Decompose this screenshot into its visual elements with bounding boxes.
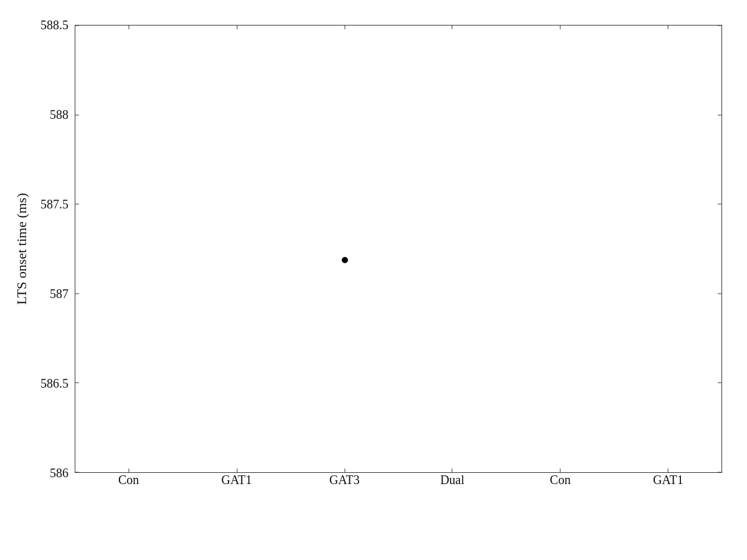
x-tick-label: Con [118, 473, 139, 487]
chart-tick-left [75, 383, 79, 383]
chart-tick-top [237, 26, 237, 29]
chart-tick-bottom [129, 469, 129, 472]
y-tick-label: 586.5 [40, 376, 68, 391]
chart-plot-area [75, 25, 722, 473]
y-tick-label: 587.5 [40, 197, 68, 212]
x-ticks-area: ConGAT1GAT3DualConGAT1 [75, 473, 722, 510]
chart-tick-right [718, 114, 721, 115]
y-tick-label: 587 [50, 287, 68, 301]
chart-tick-left [75, 204, 79, 205]
chart-tick-top [344, 26, 345, 29]
chart-tick-left [75, 114, 79, 115]
y-tick-label: 588.5 [40, 18, 68, 32]
chart-tick-top [560, 26, 560, 29]
chart-tick-right [718, 204, 721, 205]
y-tick-label: 586 [50, 466, 68, 480]
chart-tick-bottom [452, 469, 453, 472]
chart-tick-right [718, 383, 721, 383]
chart-tick-right [718, 26, 721, 26]
chart-tick-left [75, 26, 79, 26]
x-tick-label: GAT1 [653, 473, 684, 487]
x-tick-label: Dual [440, 473, 464, 487]
chart-tick-right [718, 293, 721, 294]
chart-tick-left [75, 293, 79, 294]
chart-tick-top [129, 26, 129, 29]
x-tick-label: GAT3 [329, 473, 360, 487]
x-tick-label: GAT1 [222, 473, 252, 487]
data-point [342, 257, 348, 263]
y-ticks-area: 586586.5587587.5588588.5 [0, 25, 73, 473]
chart-container: LTS onset time (ms) 586586.5587587.55885… [0, 0, 747, 560]
chart-tick-bottom [237, 469, 237, 472]
y-tick-label: 588 [50, 108, 68, 122]
chart-tick-top [452, 26, 453, 29]
chart-tick-bottom [560, 469, 560, 472]
x-tick-label: Con [550, 473, 570, 487]
chart-tick-bottom [344, 469, 345, 472]
chart-tick-bottom [667, 469, 668, 472]
chart-tick-top [667, 26, 668, 29]
